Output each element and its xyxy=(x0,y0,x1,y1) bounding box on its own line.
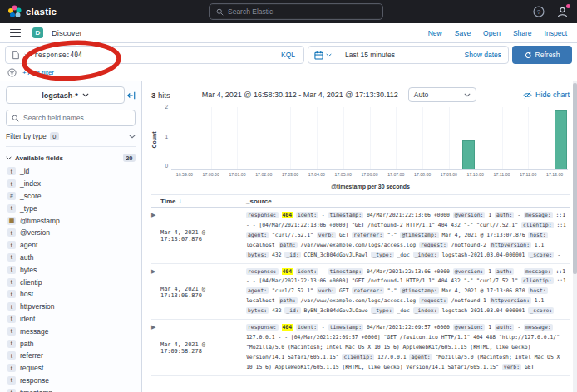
saved-query-icon[interactable] xyxy=(12,51,20,60)
source-field-key: _score: xyxy=(528,252,554,258)
add-filter-button[interactable]: + Add filter xyxy=(22,69,54,76)
nav-action-inspect[interactable]: Inspect xyxy=(545,29,567,37)
user-avatar[interactable] xyxy=(556,6,569,18)
source-field-value: Mar 4, 2021 @ 17:13:07.876 xyxy=(441,232,525,238)
source-field-key: httpversion: xyxy=(490,242,531,248)
collapse-sidebar-icon[interactable] xyxy=(127,91,136,100)
source-field-key: verb: xyxy=(317,232,336,238)
source-column-header[interactable]: _source xyxy=(246,198,570,205)
field-item-host[interactable]: t host xyxy=(6,288,136,301)
help-icon[interactable]: ? xyxy=(533,6,545,17)
source-field-key: response: xyxy=(246,268,279,275)
nav-action-share[interactable]: Share xyxy=(513,29,532,37)
field-item-@timestamp[interactable]: ▦ @timestamp xyxy=(6,214,136,227)
available-fields-header[interactable]: Available fields 20 xyxy=(6,154,136,162)
query-input[interactable]: response:404 KQL xyxy=(5,46,304,64)
source-field-value: - xyxy=(557,307,560,314)
date-picker: Last 15 minutes Show dates xyxy=(308,46,509,64)
source-field-key: path: xyxy=(279,242,298,248)
field-item-httpversion[interactable]: t httpversion xyxy=(6,301,136,313)
string-field-icon: t xyxy=(7,340,16,348)
highlighted-value: 404 xyxy=(282,212,293,218)
source-field-key: request: xyxy=(419,242,448,248)
global-search-input[interactable]: Search Elastic xyxy=(210,4,382,19)
field-item-bytes[interactable]: t bytes xyxy=(6,263,136,276)
expand-row-icon[interactable]: ▶ xyxy=(151,211,160,261)
time-column-header[interactable]: Time ↓ xyxy=(160,198,246,205)
gridline xyxy=(211,107,212,169)
field-item-response[interactable]: t response xyxy=(6,375,136,387)
chevron-down-icon xyxy=(6,156,12,160)
field-item-ident[interactable]: t ident xyxy=(6,313,136,326)
field-name: @version xyxy=(20,228,50,237)
nav-action-save[interactable]: Save xyxy=(455,29,471,37)
histogram-bar[interactable] xyxy=(462,140,475,170)
interval-select[interactable]: Auto xyxy=(408,87,476,102)
field-item-_score[interactable]: # _score xyxy=(6,190,136,203)
field-name: clientip xyxy=(20,278,42,287)
histogram-chart[interactable]: Count 01216:59:0017:00:0017:01:0017:02:0… xyxy=(151,105,570,192)
source-field-key: _index: xyxy=(413,307,439,314)
page-scrollbar[interactable] xyxy=(573,81,577,392)
expand-row-icon[interactable]: ▶ xyxy=(151,267,160,317)
field-item-_id[interactable]: t _id xyxy=(6,165,136,178)
nav-action-open[interactable]: Open xyxy=(483,29,501,37)
source-field-value: 04/Mar/2021:22:09:57 +0000 xyxy=(367,324,450,331)
chevron-down-icon[interactable] xyxy=(24,53,30,57)
field-item-auth[interactable]: t auth xyxy=(6,252,136,264)
filter-by-type-toggle[interactable]: Filter by type 0 xyxy=(6,132,136,147)
hide-chart-label: Hide chart xyxy=(535,91,570,99)
field-name: _id xyxy=(20,167,29,175)
scrollbar-thumb[interactable] xyxy=(573,83,577,274)
field-search-input[interactable]: Search field names xyxy=(6,110,136,126)
app-navigation-bar: D Discover NewSaveOpenShareInspect xyxy=(0,23,577,43)
string-field-icon: t xyxy=(7,290,16,298)
field-item-clientip[interactable]: t clientip xyxy=(6,276,136,288)
field-item-referrer[interactable]: t referrer xyxy=(6,350,136,362)
query-language-button[interactable]: KQL xyxy=(279,51,298,59)
histogram-bar[interactable] xyxy=(555,110,567,169)
time-range-value[interactable]: Last 15 minutes xyxy=(338,51,458,59)
query-text[interactable]: response:404 xyxy=(34,51,274,59)
field-item-_index[interactable]: t _index xyxy=(6,178,136,190)
source-field-value: CCBN_3cB04dGovJLPawl xyxy=(304,252,368,258)
filter-type-count-badge: 0 xyxy=(50,132,59,140)
show-dates-button[interactable]: Show dates xyxy=(458,51,508,59)
source-field-key: _id: xyxy=(284,307,300,314)
field-item-timestamp[interactable]: t timestamp xyxy=(6,386,136,392)
field-item-message[interactable]: t message xyxy=(6,325,136,337)
source-field-value: - xyxy=(517,212,520,218)
nav-action-new[interactable]: New xyxy=(428,29,442,37)
query-bar: response:404 KQL Last 15 minutes Show da… xyxy=(0,43,577,66)
field-item-_type[interactable]: t _type xyxy=(6,202,136,214)
available-fields-label: Available fields xyxy=(15,154,63,162)
field-item-path[interactable]: t path xyxy=(6,337,136,350)
global-header: elastic Search Elastic ? xyxy=(0,0,577,23)
source-field-key: @timestamp: xyxy=(400,232,438,238)
index-pattern-label: logstash-* xyxy=(42,91,78,100)
refresh-button[interactable]: Refresh xyxy=(512,46,572,64)
search-icon xyxy=(216,8,224,16)
gridline xyxy=(396,107,397,169)
menu-icon[interactable] xyxy=(10,29,21,37)
field-item-@version[interactable]: t @version xyxy=(6,227,136,239)
field-item-request[interactable]: t request xyxy=(6,362,136,375)
index-pattern-select[interactable]: logstash-* xyxy=(6,86,125,104)
source-field-key: @version: xyxy=(453,212,486,218)
fields-sidebar: logstash-* Search field names Filter by … xyxy=(0,81,142,392)
hide-chart-button[interactable]: Hide chart xyxy=(523,91,570,100)
field-name: host xyxy=(20,290,33,298)
global-search-placeholder: Search Elastic xyxy=(228,7,273,16)
source-field-value: 1.1 xyxy=(535,297,545,304)
field-item-agent[interactable]: t agent xyxy=(6,239,136,252)
sort-descending-icon[interactable]: ↓ xyxy=(179,198,182,205)
documents-table: Time ↓ _source ▶ Mar 4, 2021 @ 17:13:07.… xyxy=(151,194,570,376)
hits-word: hits xyxy=(158,91,170,100)
source-field-value: 1 xyxy=(488,324,491,331)
string-field-icon: t xyxy=(7,351,16,360)
filter-options-icon[interactable] xyxy=(7,68,17,77)
expand-row-icon[interactable]: ▶ xyxy=(151,323,160,373)
date-quick-select-button[interactable] xyxy=(308,47,338,63)
elastic-brand[interactable]: elastic xyxy=(8,5,57,18)
svg-text:?: ? xyxy=(537,8,541,16)
